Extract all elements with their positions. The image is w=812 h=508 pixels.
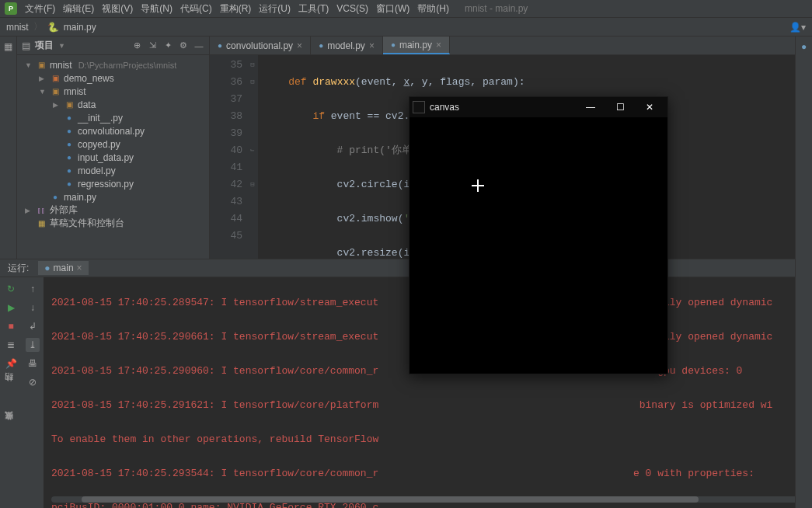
tab-convolutional[interactable]: ● convolutional.py × [210, 37, 311, 54]
project-tool-icon[interactable]: ▦ [4, 41, 12, 52]
line-number: 39 [210, 125, 242, 142]
wrap-icon[interactable]: ↲ [26, 319, 40, 333]
menu-refactor[interactable]: 重构(R) [220, 2, 252, 16]
close-icon[interactable]: × [77, 263, 82, 273]
pin-icon[interactable]: 📌 [4, 357, 18, 371]
down-icon[interactable]: ↓ [26, 301, 40, 315]
collapse-icon[interactable]: ✦ [162, 40, 173, 51]
chevron-right-icon[interactable]: ▶ [39, 75, 47, 82]
canvas-titlebar[interactable]: canvas — ☐ ✕ [409, 97, 667, 117]
close-icon[interactable]: × [436, 40, 441, 50]
scrollbar-thumb[interactable] [82, 496, 699, 503]
up-icon[interactable]: ↑ [26, 282, 40, 296]
line-number: 41 [210, 159, 242, 176]
python-file-icon: ● [64, 153, 75, 162]
run-body: ↻ ▶ ■ ≣ 📌 ↑ ↓ ↲ ⤓ 🖶 ⊘ 2021-08-15 17:40:2… [0, 277, 812, 508]
tab-main[interactable]: ● main.py × [383, 37, 450, 54]
user-icon[interactable]: 👤▾ [789, 22, 806, 33]
menu-tools[interactable]: 工具(T) [298, 2, 329, 16]
select-opened-icon[interactable]: ⊕ [131, 40, 142, 51]
fold-handle-icon[interactable]: ⊟ [247, 74, 258, 91]
tree-root[interactable]: ▼ ▣ mnist D:\PycharmProjects\mnist [17, 58, 209, 71]
tree-label: demo_news [64, 73, 114, 84]
run-tab-label: main [54, 263, 74, 273]
nav-bar: mnist 〉 🐍 main.py 👤▾ [0, 18, 812, 37]
sidebar-title: 项目 [35, 39, 54, 52]
tree-file-input-data[interactable]: ● input_data.py [17, 151, 209, 164]
close-icon[interactable]: × [297, 40, 302, 51]
close-icon[interactable]: × [369, 40, 375, 51]
chevron-down-icon[interactable]: ▼ [25, 61, 33, 69]
project-icon: ▤ [22, 40, 30, 51]
python-console-icon[interactable]: ● [796, 41, 812, 52]
menu-vcs[interactable]: VCS(S) [336, 3, 368, 14]
menu-window[interactable]: 窗口(W) [376, 2, 409, 16]
tree-external-libraries[interactable]: ▶ ⫿⫿ 外部库 [17, 204, 209, 217]
expand-all-icon[interactable]: ⇲ [147, 40, 158, 51]
breadcrumb-file[interactable]: main.py [64, 22, 96, 33]
tree-file-model[interactable]: ● model.py [17, 164, 209, 177]
menu-edit[interactable]: 编辑(E) [63, 2, 94, 16]
canvas-title: canvas [430, 102, 459, 113]
console-line: To enable them in other operations, rebu… [51, 431, 804, 448]
tree-folder-data[interactable]: ▶ ▣ data [17, 98, 209, 111]
menu-run[interactable]: 运行(U) [259, 2, 291, 16]
breadcrumb-root[interactable]: mnist [6, 22, 29, 33]
tree-file-init[interactable]: ● __init__.py [17, 111, 209, 124]
tab-model[interactable]: ● model.py × [311, 37, 383, 54]
fold-gutter: ⊟ ⊟ ⌙ ⊟ [247, 55, 258, 259]
run-panel: 运行: ● main × ↻ ▶ ■ ≣ 📌 ↑ ↓ ↲ ⤓ 🖶 ⊘ 2021-… [0, 259, 812, 508]
tree-file-main[interactable]: ● main.py [17, 190, 209, 204]
clear-icon[interactable]: ⊘ [26, 375, 40, 389]
print-icon[interactable]: 🖶 [26, 357, 40, 371]
menu-file[interactable]: 文件(F) [25, 2, 55, 16]
canvas-window[interactable]: canvas — ☐ ✕ [409, 96, 668, 374]
line-number: 43 [210, 193, 242, 211]
tree-label: input_data.py [78, 152, 134, 163]
line-number: 44 [210, 211, 242, 228]
folder-icon: ▣ [64, 100, 75, 109]
tree-label: regression.py [78, 179, 134, 190]
console-scrollbar[interactable] [51, 496, 804, 503]
fold-handle-icon[interactable]: ⊟ [247, 176, 258, 193]
canvas-content[interactable] [409, 117, 667, 374]
dropdown-icon[interactable]: ▼ [58, 42, 65, 50]
layout-icon[interactable]: ≣ [4, 338, 18, 352]
maximize-icon[interactable]: ☐ [605, 102, 635, 113]
rerun-icon[interactable]: ↻ [4, 282, 18, 296]
tree-file-copyed[interactable]: ● copyed.py [17, 137, 209, 151]
chevron-right-icon[interactable]: ▶ [25, 207, 33, 214]
menu-navigate[interactable]: 导航(N) [141, 2, 173, 16]
menu-help[interactable]: 帮助(H) [417, 2, 449, 16]
run-tab-main[interactable]: ● main × [38, 261, 88, 275]
tree-file-regression[interactable]: ● regression.py [17, 177, 209, 190]
tree-label: 外部库 [50, 204, 78, 217]
gear-icon[interactable]: ⚙ [178, 40, 189, 51]
tree-label: main.py [64, 192, 96, 203]
tree-folder-demo-news[interactable]: ▶ ▣ demo_news [17, 71, 209, 85]
chevron-down-icon[interactable]: ▼ [39, 88, 47, 96]
python-file-icon: ● [64, 179, 75, 188]
tree-file-convolutional[interactable]: ● convolutional.py [17, 124, 209, 137]
menu-code[interactable]: 代码(C) [180, 2, 212, 16]
line-number: 38 [210, 108, 242, 125]
run-icon[interactable]: ▶ [4, 301, 18, 315]
folder-icon: ▣ [36, 61, 47, 69]
python-file-icon: ● [44, 263, 50, 273]
fold-handle-icon[interactable]: ⊟ [247, 57, 258, 74]
close-icon[interactable]: ✕ [635, 102, 664, 113]
chevron-right-icon[interactable]: ▶ [53, 101, 61, 109]
fold-end-icon[interactable]: ⌙ [247, 142, 258, 159]
python-file-icon: ● [319, 41, 323, 50]
tree-label: data [78, 99, 96, 110]
python-file-icon: ● [64, 166, 75, 175]
app-logo-icon: P [5, 2, 17, 15]
stop-icon[interactable]: ■ [4, 319, 18, 333]
tree-scratches[interactable]: ▦ 草稿文件和控制台 [17, 217, 209, 230]
minimize-icon[interactable]: — [576, 102, 605, 113]
menu-view[interactable]: 视图(V) [102, 2, 133, 16]
scroll-icon[interactable]: ⤓ [26, 338, 40, 352]
tree-folder-mnist[interactable]: ▼ ▣ mnist [17, 85, 209, 98]
python-file-icon: ● [64, 127, 75, 135]
hide-icon[interactable]: — [193, 40, 204, 51]
